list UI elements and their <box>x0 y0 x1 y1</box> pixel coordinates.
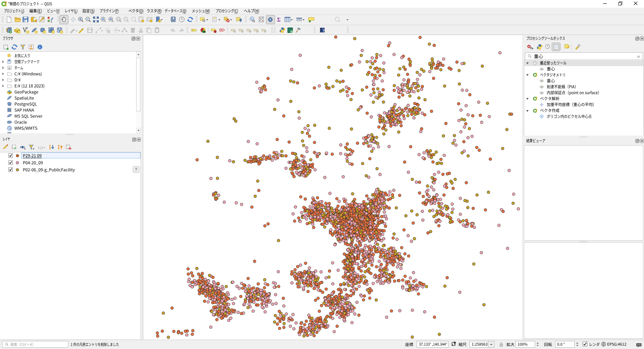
svg-text:a: a <box>51 20 52 23</box>
svg-text:1:1: 1:1 <box>117 18 120 20</box>
svg-text:?: ? <box>323 29 325 32</box>
svg-text:ε: ε <box>38 145 40 150</box>
svg-text:i: i <box>39 45 40 49</box>
svg-text:Σ: Σ <box>277 17 280 22</box>
svg-text:?: ? <box>135 167 137 172</box>
